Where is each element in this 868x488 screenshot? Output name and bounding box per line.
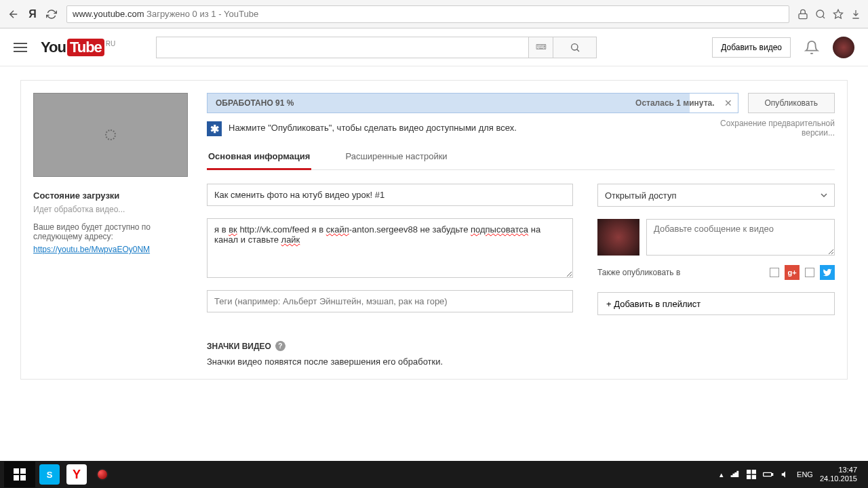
video-thumbnail-placeholder (33, 93, 188, 177)
twitter-checkbox[interactable] (805, 268, 814, 277)
share-avatar (597, 219, 639, 256)
volume-icon[interactable] (781, 470, 790, 479)
upload-status-title: Состояние загрузки (33, 190, 189, 201)
upload-button[interactable]: Добавить видео (712, 37, 791, 58)
svg-rect-13 (747, 475, 751, 479)
action-center-icon[interactable] (747, 470, 756, 479)
video-description-input[interactable]: я в вк http://vk.com/feed я в скайп-anto… (207, 218, 573, 278)
svg-rect-7 (14, 468, 19, 474)
search-input[interactable] (156, 37, 529, 58)
chevron-down-icon (821, 192, 827, 199)
youtube-logo[interactable]: YouTube RU (41, 39, 115, 56)
info-asterisk-icon: ✱ (207, 121, 222, 136)
google-plus-icon[interactable]: g+ (785, 265, 800, 280)
reload-button[interactable] (45, 7, 58, 21)
tray-up-icon[interactable]: ▴ (719, 470, 724, 479)
twitter-icon[interactable] (820, 265, 835, 280)
svg-rect-3 (14, 43, 27, 44)
help-icon[interactable]: ? (275, 341, 285, 351)
cancel-processing-icon[interactable]: ✕ (724, 98, 732, 108)
thumbnails-desc: Значки видео появятся после завершения е… (207, 357, 573, 367)
video-url-link[interactable]: https://youtu.be/MwpvaEOy0NM (33, 245, 150, 254)
progress-label: ОБРАБОТАНО 91 % (216, 98, 294, 108)
recorder-taskbar-icon[interactable] (92, 464, 113, 485)
user-avatar[interactable] (833, 37, 854, 58)
lock-icon[interactable] (797, 9, 808, 20)
add-to-playlist-button[interactable]: + Добавить в плейлист (597, 292, 835, 315)
saving-status: Сохранение предварительной версии... (699, 119, 835, 138)
tabs: Основная информация Расширенные настройк… (207, 144, 835, 170)
google-plus-checkbox[interactable] (770, 268, 779, 277)
video-title-input[interactable] (207, 184, 573, 206)
bookmark-star-icon[interactable] (833, 9, 844, 20)
svg-rect-11 (747, 470, 751, 474)
svg-rect-9 (14, 475, 19, 481)
svg-marker-2 (833, 9, 842, 18)
download-icon[interactable] (850, 9, 861, 20)
clock[interactable]: 13:47 24.10.2015 (820, 466, 857, 483)
processing-progress-bar: ОБРАБОТАНО 91 % Осталась 1 минута. ✕ (207, 93, 738, 113)
yandex-taskbar-icon[interactable]: Y (66, 464, 87, 485)
battery-icon[interactable] (763, 470, 774, 479)
back-button[interactable] (7, 7, 20, 21)
thumbnails-heading: ЗНАЧКИ ВИДЕО (207, 342, 271, 351)
notifications-icon[interactable] (804, 40, 819, 55)
address-bar[interactable]: www.youtube.com Загружено 0 из 1 - YouTu… (66, 5, 789, 23)
upload-status-subtitle: Идет обработка видео... (33, 205, 189, 214)
wifi-icon[interactable] (730, 470, 740, 479)
language-indicator[interactable]: ENG (797, 470, 813, 479)
tab-advanced[interactable]: Расширенные настройки (344, 144, 448, 169)
yandex-letter-icon[interactable]: Я (26, 7, 39, 21)
youtube-header: YouTube RU ⌨ Добавить видео (0, 28, 868, 66)
also-publish-label: Также опубликовать в (597, 268, 680, 277)
tab-basic-info[interactable]: Основная информация (207, 144, 311, 170)
url-title: Загружено 0 из 1 - YouTube (144, 9, 259, 19)
svg-rect-14 (752, 475, 756, 479)
publish-button[interactable]: Опубликовать (748, 93, 835, 113)
svg-rect-10 (20, 475, 26, 481)
privacy-value: Открытый доступ (605, 190, 676, 201)
progress-time-remaining: Осталась 1 минута. (635, 98, 714, 108)
svg-rect-0 (799, 14, 807, 18)
svg-rect-8 (20, 468, 26, 474)
search-button[interactable] (553, 37, 597, 58)
region-label: RU (106, 40, 115, 47)
browser-toolbar: Я www.youtube.com Загружено 0 из 1 - You… (0, 0, 868, 28)
start-button[interactable] (4, 462, 35, 487)
share-message-input[interactable] (646, 219, 835, 256)
svg-point-6 (571, 43, 577, 49)
publish-hint: Нажмите "Опубликовать", чтобы сделать ви… (229, 121, 517, 133)
spinner-icon (105, 129, 116, 140)
svg-rect-12 (752, 470, 756, 474)
upload-panel: Состояние загрузки Идет обработка видео.… (20, 80, 848, 380)
windows-taskbar: S Y ▴ ENG 13:47 24.10.2015 (0, 461, 868, 488)
skype-taskbar-icon[interactable]: S (39, 464, 60, 485)
svg-rect-4 (14, 47, 27, 48)
upload-status-desc: Ваше видео будет доступно по следующему … (33, 222, 189, 241)
menu-icon[interactable] (14, 41, 27, 54)
url-domain: www.youtube.com (73, 9, 144, 19)
privacy-dropdown[interactable]: Открытый доступ (597, 184, 835, 207)
keyboard-icon[interactable]: ⌨ (529, 37, 553, 58)
video-tags-input[interactable] (207, 290, 573, 312)
svg-rect-5 (14, 51, 27, 52)
svg-rect-15 (764, 472, 772, 476)
svg-rect-16 (772, 474, 772, 476)
zoom-icon[interactable] (815, 9, 826, 20)
svg-point-1 (816, 10, 824, 18)
